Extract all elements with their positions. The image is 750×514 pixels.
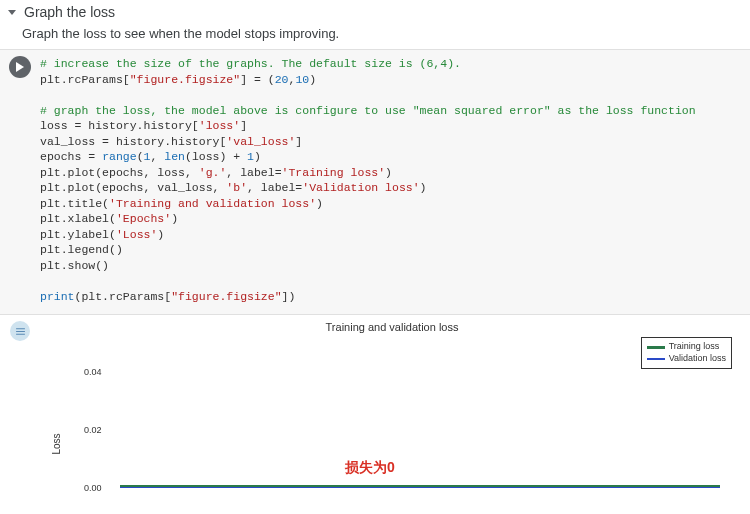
chart-output: Training and validation loss Training lo… <box>40 315 750 514</box>
section-description: Graph the loss to see when the model sto… <box>0 24 750 49</box>
annotation-loss-zero: 损失为0 <box>345 459 395 477</box>
ytick: 0.02 <box>84 425 102 435</box>
plot-area: 损失为0 DF <box>108 337 732 514</box>
training-loss-line <box>120 485 719 487</box>
section-title: Graph the loss <box>24 4 115 20</box>
collapse-arrow-icon[interactable] <box>8 10 16 15</box>
output-indicator-icon[interactable] <box>10 321 30 341</box>
chart-title: Training and validation loss <box>44 319 740 337</box>
code-gutter <box>0 50 40 314</box>
output-gutter <box>0 315 40 514</box>
code-cell: # increase the size of the graphs. The d… <box>0 49 750 314</box>
output-cell: Training and validation loss Training lo… <box>0 314 750 514</box>
section-header: Graph the loss <box>0 0 750 24</box>
code-editor[interactable]: # increase the size of the graphs. The d… <box>40 50 750 314</box>
play-icon <box>15 62 25 72</box>
loss-chart: Training and validation loss Training lo… <box>44 319 740 514</box>
ytick: 0.04 <box>84 367 102 377</box>
ytick: 0.00 <box>84 483 102 493</box>
chart-ylabel: Loss <box>51 434 62 455</box>
run-button[interactable] <box>9 56 31 78</box>
